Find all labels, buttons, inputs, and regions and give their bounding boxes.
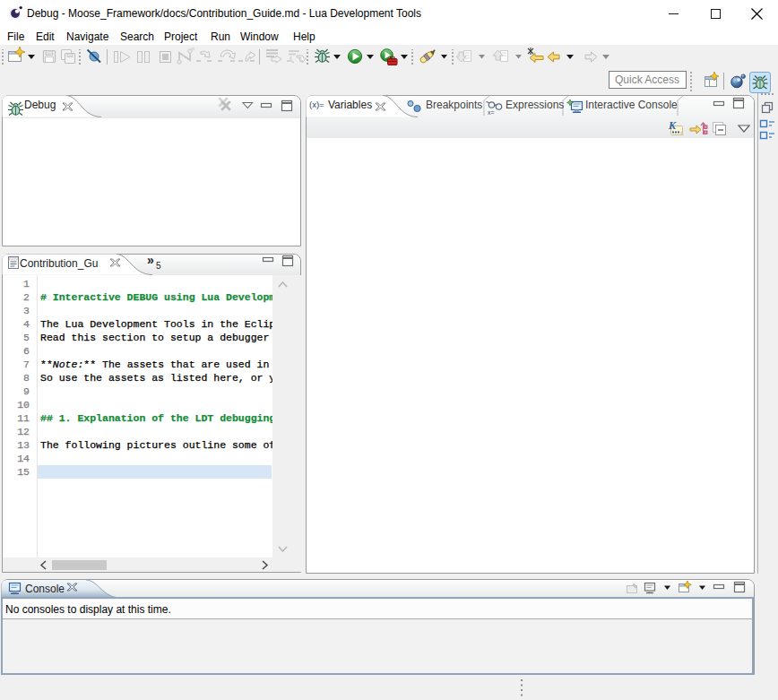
- svg-text:K: K: [668, 119, 677, 132]
- svg-text:x=: x=: [488, 109, 495, 116]
- svg-text:(x)=: (x)=: [309, 99, 324, 109]
- svg-text:5: 5: [156, 261, 161, 271]
- svg-text:»: »: [147, 253, 154, 267]
